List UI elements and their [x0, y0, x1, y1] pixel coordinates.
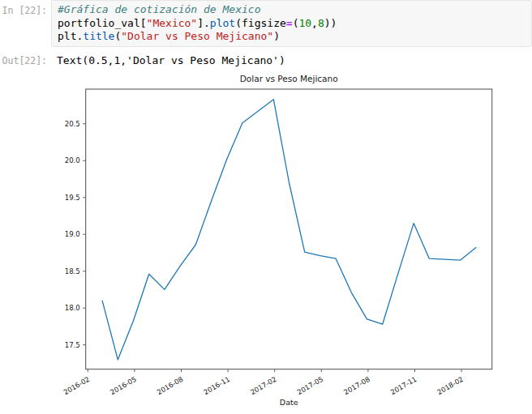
axes-frame	[86, 89, 492, 369]
x-tick-label: 2018-02	[435, 375, 465, 396]
x-tick-label: 2017-11	[389, 375, 418, 396]
x-tick-label: 2016-08	[156, 375, 185, 396]
x-tick-label: 2016-02	[62, 375, 92, 396]
x-tick-label: 2016-05	[109, 375, 138, 396]
chart-title: Dolar vs Peso Mejicano	[240, 74, 338, 83]
x-tick-label: 2016-11	[202, 375, 231, 396]
y-tick-label: 20.0	[65, 156, 80, 164]
y-tick-label: 20.5	[65, 120, 80, 128]
x-tick-label: 2017-05	[296, 375, 325, 396]
line-chart: 17.518.018.519.019.520.020.52016-022016-…	[0, 0, 532, 414]
matplotlib-figure: 17.518.018.519.019.520.020.52016-022016-…	[0, 0, 532, 414]
y-tick-label: 19.5	[65, 194, 80, 202]
jupyter-notebook-page: { "notebook": { "input_prompt": "In [22]…	[0, 0, 532, 414]
series-line-mexico	[102, 100, 476, 360]
y-tick-label: 19.0	[65, 230, 80, 238]
y-tick-label: 17.5	[65, 341, 80, 349]
x-tick-label: 2017-02	[249, 375, 278, 396]
x-axis-label: Date	[280, 398, 298, 407]
x-tick-label: 2017-08	[342, 375, 371, 396]
y-tick-label: 18.5	[65, 267, 80, 275]
y-tick-label: 18.0	[65, 304, 80, 312]
